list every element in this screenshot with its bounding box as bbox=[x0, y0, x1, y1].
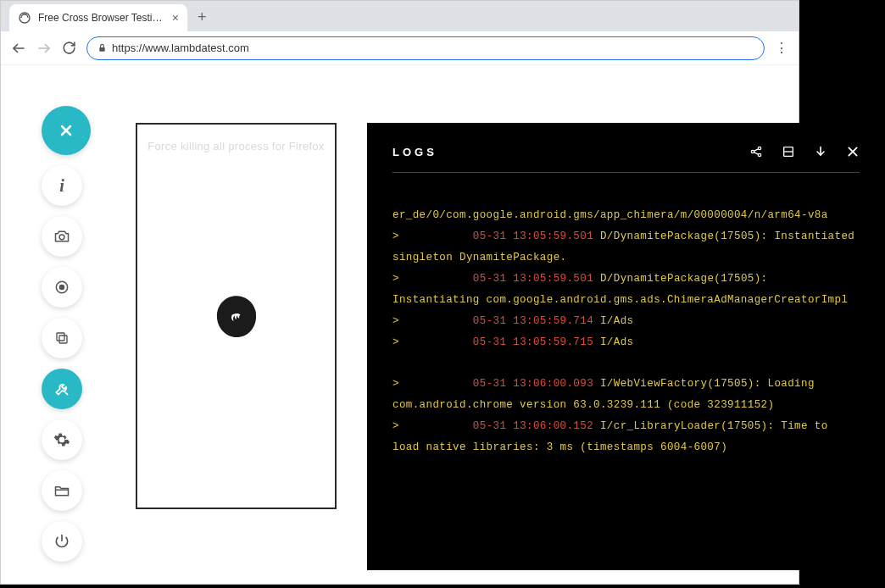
split-button[interactable] bbox=[782, 145, 795, 158]
tab-bar: Free Cross Browser Testing Clou × + bbox=[1, 1, 799, 31]
sidebar-record-button[interactable] bbox=[42, 267, 82, 308]
device-frame: Force killing all process for Firefox bbox=[136, 123, 337, 509]
tools-icon bbox=[53, 380, 70, 397]
info-icon: i bbox=[59, 176, 64, 196]
more-button[interactable]: ⋮ bbox=[775, 40, 788, 56]
svg-point-8 bbox=[60, 286, 64, 290]
sidebar-close-button[interactable] bbox=[42, 106, 91, 155]
logs-header: LOGS bbox=[392, 145, 860, 173]
record-icon bbox=[53, 279, 70, 296]
log-line: > 05-31 13:05:59.501 D/DynamitePackage(1… bbox=[392, 269, 860, 311]
device-overlay-text: Force killing all process for Firefox bbox=[148, 140, 324, 153]
logs-close-button[interactable] bbox=[846, 145, 860, 158]
tab-favicon bbox=[18, 11, 31, 25]
browser-window: Free Cross Browser Testing Clou × + http… bbox=[0, 0, 799, 585]
tab-title: Free Cross Browser Testing Clou bbox=[38, 12, 165, 24]
camera-icon bbox=[53, 228, 70, 245]
gear-icon bbox=[53, 431, 70, 448]
sidebar-files-button[interactable] bbox=[42, 470, 82, 511]
url-bar[interactable]: https://www.lambdatest.com bbox=[86, 36, 765, 60]
lock-icon bbox=[97, 43, 107, 53]
back-button[interactable] bbox=[11, 41, 26, 56]
log-line: > 05-31 13:06:00.093 I/WebViewFactory(17… bbox=[392, 374, 860, 416]
browser-tab[interactable]: Free Cross Browser Testing Clou × bbox=[9, 4, 187, 31]
log-line: > 05-31 13:06:00.152 I/cr_LibraryLoader(… bbox=[392, 416, 860, 458]
download-button[interactable] bbox=[814, 145, 827, 158]
url-text: https://www.lambdatest.com bbox=[112, 42, 249, 54]
sidebar-devtools-button[interactable] bbox=[42, 369, 82, 409]
copy-icon bbox=[54, 330, 70, 346]
log-line: > 05-31 13:05:59.715 I/Ads bbox=[392, 332, 860, 353]
sidebar-settings-button[interactable] bbox=[42, 419, 82, 460]
svg-rect-10 bbox=[57, 333, 64, 341]
split-icon bbox=[782, 145, 795, 158]
tab-close-icon[interactable]: × bbox=[172, 11, 179, 25]
share-button[interactable] bbox=[749, 145, 763, 158]
content-area: i Force killing bbox=[1, 65, 799, 584]
log-line: er_de/0/com.google.android.gms/app_chime… bbox=[392, 205, 860, 226]
svg-rect-9 bbox=[59, 336, 67, 343]
close-icon bbox=[58, 122, 75, 139]
nav-bar: https://www.lambdatest.com ⋮ bbox=[1, 31, 799, 65]
sidebar-copy-button[interactable] bbox=[42, 318, 82, 358]
svg-point-6 bbox=[59, 235, 64, 240]
close-icon bbox=[846, 145, 860, 158]
svg-rect-3 bbox=[99, 47, 104, 52]
forward-button[interactable] bbox=[36, 41, 52, 56]
logs-panel: LOGS er_de/0/com.google.andro bbox=[367, 123, 885, 570]
logs-title: LOGS bbox=[392, 146, 437, 158]
sidebar: i bbox=[42, 106, 91, 562]
power-icon bbox=[53, 533, 70, 550]
svg-line-18 bbox=[754, 149, 758, 152]
svg-line-11 bbox=[64, 391, 67, 394]
log-line: > 05-31 13:05:59.501 D/DynamitePackage(1… bbox=[392, 226, 860, 269]
sidebar-power-button[interactable] bbox=[42, 521, 82, 562]
folder-icon bbox=[53, 482, 70, 499]
svg-line-19 bbox=[754, 153, 758, 155]
firefox-logo-icon bbox=[209, 288, 264, 344]
reload-button[interactable] bbox=[62, 41, 76, 55]
logs-actions bbox=[749, 145, 860, 158]
logs-body[interactable]: er_de/0/com.google.android.gms/app_chime… bbox=[392, 205, 860, 458]
sidebar-screenshot-button[interactable] bbox=[42, 216, 82, 257]
sidebar-info-button[interactable]: i bbox=[42, 165, 82, 206]
new-tab-button[interactable]: + bbox=[198, 8, 207, 31]
share-icon bbox=[749, 145, 763, 158]
log-line: > 05-31 13:05:59.714 I/Ads bbox=[392, 311, 860, 332]
download-icon bbox=[814, 145, 827, 158]
